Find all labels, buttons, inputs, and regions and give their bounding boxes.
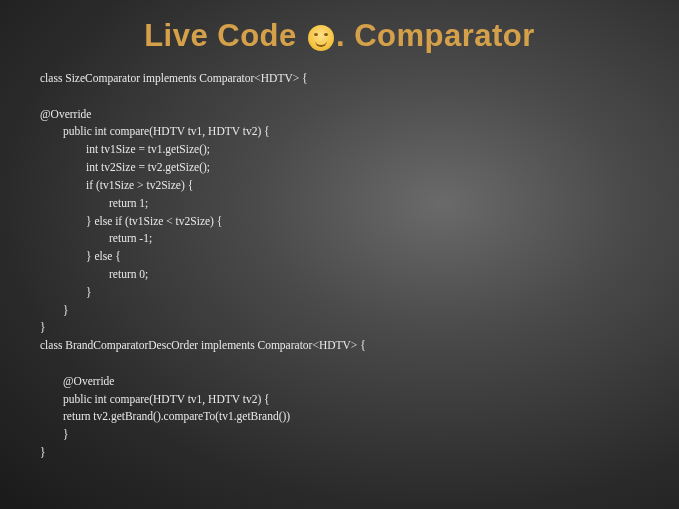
code-block: class SizeComparator implements Comparat… (40, 70, 639, 462)
slide: Live Code . Comparator class SizeCompara… (0, 0, 679, 509)
slide-title: Live Code . Comparator (40, 18, 639, 54)
title-text-right: . Comparator (336, 18, 535, 53)
smiley-icon (308, 25, 334, 51)
title-text-left: Live Code (144, 18, 306, 53)
